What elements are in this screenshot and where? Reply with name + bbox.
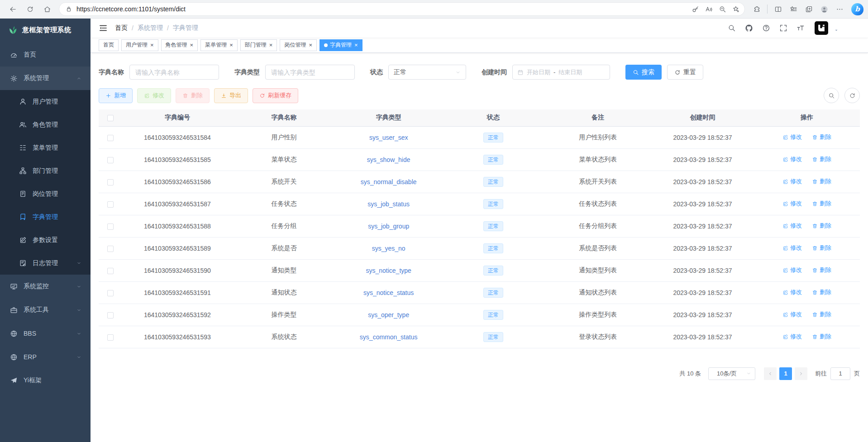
row-checkbox[interactable] — [107, 312, 114, 318]
dict-type-link[interactable]: sys_notice_status — [363, 289, 414, 296]
row-edit-link[interactable]: 修改 — [782, 310, 802, 318]
bing-discover-button[interactable]: b — [851, 3, 863, 15]
row-checkbox[interactable] — [107, 201, 114, 208]
browser-collections-button[interactable] — [801, 2, 816, 16]
page-number-1[interactable]: 1 — [779, 367, 792, 380]
row-edit-link[interactable]: 修改 — [782, 133, 802, 141]
toggle-search-button[interactable] — [824, 88, 839, 103]
sidebar-item-menu-mgmt[interactable]: 菜单管理 — [0, 136, 91, 159]
navbar-search-button[interactable] — [725, 21, 739, 35]
browser-split-screen-button[interactable] — [771, 2, 785, 16]
row-delete-link[interactable]: 删除 — [812, 333, 831, 341]
refresh-table-button[interactable] — [844, 88, 860, 103]
browser-extensions-button[interactable] — [749, 2, 764, 16]
create-time-range-picker[interactable]: 开始日期 - 结束日期 — [512, 65, 610, 80]
tab-close-icon[interactable]: × — [269, 42, 273, 48]
tab-post-mgmt[interactable]: 岗位管理× — [280, 39, 317, 51]
sidebar-item-erp[interactable]: ERP — [0, 345, 91, 369]
row-delete-link[interactable]: 删除 — [812, 133, 831, 141]
dict-name-input[interactable] — [129, 65, 219, 80]
row-edit-link[interactable]: 修改 — [782, 244, 802, 252]
row-checkbox[interactable] — [107, 179, 114, 185]
row-delete-link[interactable]: 删除 — [812, 222, 831, 230]
row-edit-link[interactable]: 修改 — [782, 288, 802, 296]
sidebar-item-log-mgmt[interactable]: 日志管理 — [0, 252, 91, 275]
row-delete-link[interactable]: 删除 — [812, 177, 831, 185]
sidebar-item-system-mgmt[interactable]: 系统管理 — [0, 67, 91, 90]
row-delete-link[interactable]: 删除 — [812, 244, 831, 252]
dict-type-link[interactable]: sys_yes_no — [372, 245, 405, 252]
row-delete-link[interactable]: 删除 — [812, 200, 831, 208]
row-checkbox[interactable] — [107, 268, 114, 274]
sidebar-item-dict-mgmt[interactable]: 字典管理 — [0, 205, 91, 228]
row-edit-link[interactable]: 修改 — [782, 200, 802, 208]
row-delete-link[interactable]: 删除 — [812, 266, 831, 274]
row-checkbox[interactable] — [107, 157, 114, 163]
dict-type-link[interactable]: sys_user_sex — [369, 134, 408, 141]
navbar-help-button[interactable] — [759, 21, 773, 35]
row-edit-link[interactable]: 修改 — [782, 333, 802, 341]
sidebar-toggle-button[interactable] — [99, 24, 108, 33]
status-select[interactable]: 正常 — [388, 65, 466, 80]
browser-zoom-out-button[interactable] — [715, 3, 729, 15]
tab-close-icon[interactable]: × — [229, 42, 233, 48]
browser-home-button[interactable] — [40, 2, 54, 16]
row-checkbox[interactable] — [107, 223, 114, 230]
dict-type-link[interactable]: sys_oper_type — [368, 311, 409, 318]
browser-read-aloud-button[interactable] — [702, 3, 715, 15]
row-delete-link[interactable]: 删除 — [812, 310, 831, 318]
sidebar-item-bbs[interactable]: BBS — [0, 322, 91, 345]
tab-close-icon[interactable]: × — [190, 42, 194, 48]
refresh-cache-button[interactable]: 刷新缓存 — [253, 88, 298, 103]
tab-role-mgmt[interactable]: 角色管理× — [161, 39, 198, 51]
sidebar-item-yi-framework[interactable]: Yi框架 — [0, 369, 91, 392]
browser-refresh-button[interactable] — [23, 2, 37, 16]
dict-type-link[interactable]: sys_job_status — [367, 200, 410, 208]
add-button[interactable]: 新增 — [99, 88, 133, 103]
browser-key-button[interactable] — [688, 3, 702, 15]
select-all-checkbox[interactable] — [107, 115, 114, 121]
navbar-fullscreen-button[interactable] — [777, 21, 790, 35]
dict-type-link[interactable]: sys_job_group — [368, 223, 409, 230]
sidebar-item-system-tools[interactable]: 系统工具 — [0, 298, 91, 322]
goto-page-input[interactable] — [830, 367, 850, 380]
tab-home[interactable]: 首页 — [99, 39, 119, 51]
sidebar-item-post-mgmt[interactable]: 岗位管理 — [0, 182, 91, 205]
delete-button[interactable]: 删除 — [176, 88, 210, 103]
sidebar-item-home[interactable]: 首页 — [0, 43, 91, 67]
tab-dept-mgmt[interactable]: 部门管理× — [240, 39, 277, 51]
tab-menu-mgmt[interactable]: 菜单管理× — [200, 39, 238, 51]
browser-favorites-button[interactable] — [786, 2, 801, 16]
tab-user-mgmt[interactable]: 用户管理× — [121, 39, 158, 51]
row-checkbox[interactable] — [107, 290, 114, 296]
tab-dict-mgmt[interactable]: 字典管理× — [320, 39, 362, 51]
browser-more-button[interactable] — [832, 2, 847, 16]
row-checkbox[interactable] — [107, 135, 114, 141]
browser-profile-button[interactable] — [817, 2, 831, 16]
row-checkbox[interactable] — [107, 334, 114, 341]
row-edit-link[interactable]: 修改 — [782, 266, 802, 274]
browser-back-button[interactable] — [5, 2, 20, 16]
tab-close-icon[interactable]: × — [309, 42, 312, 48]
navbar-github-button[interactable] — [742, 21, 756, 35]
user-avatar[interactable] — [815, 21, 828, 35]
sidebar-item-system-monitor[interactable]: 系统监控 — [0, 275, 91, 298]
dict-type-link[interactable]: sys_common_status — [360, 333, 418, 341]
edit-button[interactable]: 修改 — [137, 88, 171, 103]
export-button[interactable]: 导出 — [214, 88, 248, 103]
sidebar-item-dept-mgmt[interactable]: 部门管理 — [0, 159, 91, 182]
browser-url-bar[interactable]: https://ccnetcore.com:1101/system/dict — [59, 2, 745, 16]
row-checkbox[interactable] — [107, 246, 114, 252]
dict-type-link[interactable]: sys_normal_disable — [361, 178, 417, 185]
sidebar-item-user-mgmt[interactable]: 用户管理 — [0, 90, 91, 113]
tab-close-icon[interactable]: × — [150, 42, 154, 48]
row-edit-link[interactable]: 修改 — [782, 155, 802, 163]
row-edit-link[interactable]: 修改 — [782, 177, 802, 185]
browser-favorite-add-button[interactable] — [729, 3, 743, 15]
reset-button[interactable]: 重置 — [667, 65, 703, 80]
dict-type-link[interactable]: sys_show_hide — [367, 156, 410, 163]
row-delete-link[interactable]: 删除 — [812, 155, 831, 163]
next-page-button[interactable] — [795, 367, 807, 380]
avatar-caret-down-icon[interactable] — [834, 28, 839, 33]
search-button[interactable]: 搜索 — [625, 65, 662, 80]
